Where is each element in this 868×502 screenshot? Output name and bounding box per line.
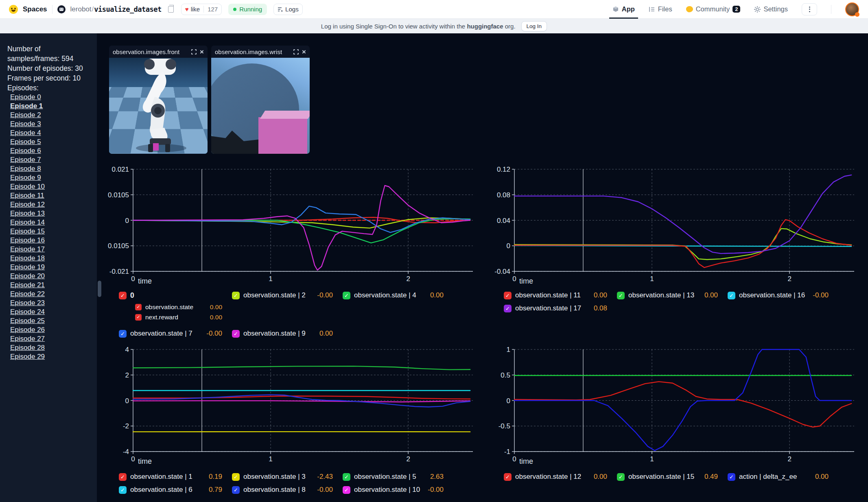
legend-checkbox[interactable]: ✓ [728,292,735,299]
legend-checkbox[interactable]: ✓ [119,292,127,299]
tab-settings[interactable]: Settings [754,0,788,19]
y-tick-label: 0.0105 [108,191,129,199]
sidebar-item-episode-14[interactable]: Episode 14 [10,218,45,226]
legend-item: ✓action | delta_z_ee0.00 [728,470,838,483]
legend-checkbox[interactable]: ✓ [119,486,127,494]
y-tick-label: -4 [123,448,129,456]
sidebar-item-episode-4[interactable]: Episode 4 [10,129,41,137]
legend-checkbox[interactable]: ✓ [119,330,127,338]
user-avatar[interactable] [845,2,859,16]
x-tick-label: 1 [650,455,654,463]
legend-label: observation.state | 1 [130,473,192,481]
spaces-brand[interactable]: Spaces [23,5,47,13]
huggingface-logo-icon[interactable] [9,5,18,14]
chart-top-left[interactable]: 0.0210.010500.0105-0.021012time [108,166,476,285]
expand-icon[interactable] [191,49,197,55]
legend-checkbox[interactable]: ✓ [119,473,127,481]
copy-icon[interactable] [168,6,174,13]
sidebar-item-episode-18[interactable]: Episode 18 [10,254,45,262]
sidebar-item-episode-8[interactable]: Episode 8 [10,165,41,172]
status-badge[interactable]: Running [228,4,267,15]
legend-checkbox[interactable]: ✓ [504,292,512,299]
sidebar-item-episode-6[interactable]: Episode 6 [10,147,41,155]
legend-item: ✓observation.state | 2-0.00 [232,289,343,302]
chart-top-right[interactable]: 0.120.080.040-0.04012time [489,166,857,285]
legend-label: observation.state [145,303,193,311]
breadcrumb: lerobot / visualize_dataset [70,5,162,13]
tab-community[interactable]: Community 2 [686,0,741,19]
sidebar-item-episode-26[interactable]: Episode 26 [10,326,45,334]
legend-checkbox[interactable]: ✓ [617,473,625,481]
logs-button[interactable]: Logs [273,4,303,15]
legend-label: observation.state | 16 [739,291,805,299]
legend-checkbox[interactable]: ✓ [728,473,735,481]
sidebar-item-episode-0[interactable]: Episode 0 [10,93,41,101]
legend-label: observation.state | 17 [515,304,581,312]
legend-label: observation.state | 3 [243,473,306,481]
stat-line: Number of episodes: 30 [7,63,93,73]
lerobot-avatar[interactable] [57,5,66,13]
episodes-heading: Episodes: [7,83,93,93]
tab-app[interactable]: App [612,0,635,19]
legend-checkbox[interactable]: ✓ [135,304,142,310]
legend-value: 0.08 [594,304,607,312]
sidebar-item-episode-9[interactable]: Episode 9 [10,174,41,181]
sidebar-item-episode-20[interactable]: Episode 20 [10,272,45,280]
legend-checkbox[interactable]: ✓ [504,305,512,312]
sidebar-item-episode-19[interactable]: Episode 19 [10,263,45,271]
scrollbar-thumb[interactable] [98,281,101,297]
legend-checkbox[interactable]: ✓ [232,486,240,494]
repo-link[interactable]: visualize_dataset [94,5,162,13]
sidebar-item-episode-27[interactable]: Episode 27 [10,335,45,343]
owner-link[interactable]: lerobot [70,5,92,13]
legend-checkbox[interactable]: ✓ [232,292,240,299]
sidebar-item-episode-5[interactable]: Episode 5 [10,138,41,146]
sidebar-item-episode-24[interactable]: Episode 24 [10,308,45,316]
sidebar-item-episode-17[interactable]: Episode 17 [10,245,45,253]
legend-checkbox[interactable]: ✓ [232,473,240,481]
legend-checkbox[interactable]: ✓ [617,292,625,299]
y-tick-label: 2 [125,371,129,379]
sidebar-item-episode-11[interactable]: Episode 11 [10,192,44,199]
sidebar-item-episode-1[interactable]: Episode 1 [10,102,43,110]
legend-checkbox[interactable]: ✓ [504,473,512,481]
sidebar-item-episode-15[interactable]: Episode 15 [10,227,45,235]
sidebar-item-episode-29[interactable]: Episode 29 [10,353,45,360]
x-tick-label: 0 [512,455,516,463]
series-observation-state-17 [514,175,851,253]
expand-icon[interactable] [293,49,299,55]
sidebar-item-episode-7[interactable]: Episode 7 [10,156,41,164]
sidebar-item-episode-28[interactable]: Episode 28 [10,344,45,351]
sidebar-item-episode-16[interactable]: Episode 16 [10,236,45,244]
dataset-stats: Number of samples/frames: 594Number of e… [7,44,93,83]
chart-bottom-left[interactable]: 420-2-4012time [108,346,476,465]
sidebar-item-episode-13[interactable]: Episode 13 [10,210,45,217]
legend-checkbox[interactable]: ✓ [343,486,350,494]
more-options-button[interactable] [802,3,817,15]
legend-checkbox[interactable]: ✓ [135,314,142,321]
login-button[interactable]: Log In [521,21,547,31]
sidebar-item-episode-21[interactable]: Episode 21 [10,281,45,289]
sidebar-item-episode-22[interactable]: Episode 22 [10,290,45,298]
sidebar-item-episode-12[interactable]: Episode 12 [10,201,45,208]
gear-icon [754,6,761,13]
chart-bottom-right[interactable]: 10.50-0.5-1012time [489,346,857,465]
legend-checkbox[interactable]: ✓ [343,473,350,481]
close-icon[interactable]: × [200,48,204,55]
legend-checkbox[interactable]: ✓ [343,292,350,299]
y-tick-label: 0.5 [501,371,510,379]
video-title: observation.images.front [113,48,188,55]
sidebar-item-episode-10[interactable]: Episode 10 [10,183,45,190]
close-icon[interactable]: × [302,48,306,55]
video-front[interactable] [109,58,208,154]
legend-value: 0.00 [594,473,607,481]
video-wrist[interactable] [211,58,310,154]
sidebar-item-episode-3[interactable]: Episode 3 [10,120,41,128]
sidebar-item-episode-25[interactable]: Episode 25 [10,317,45,325]
tab-files[interactable]: Files [649,0,672,19]
legend-checkbox[interactable]: ✓ [232,330,240,338]
like-button[interactable]: ♥like [181,6,203,13]
sidebar-item-episode-2[interactable]: Episode 2 [10,111,41,119]
like-count[interactable]: 127 [203,6,221,13]
sidebar-item-episode-23[interactable]: Episode 23 [10,299,45,307]
